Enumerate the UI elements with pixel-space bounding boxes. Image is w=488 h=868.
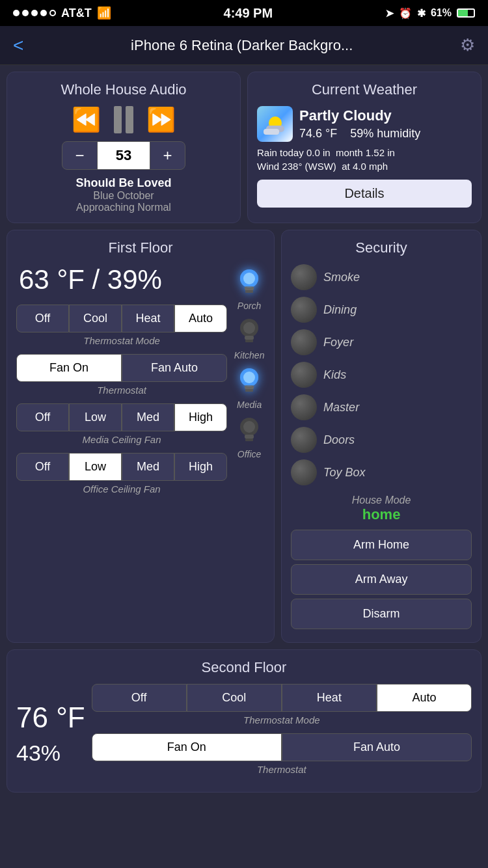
office-fan-med[interactable]: Med — [122, 453, 174, 481]
top-row: Whole House Audio ⏪ ⏩ − 53 + Should Be L… — [7, 72, 481, 223]
foyer-indicator — [291, 329, 317, 355]
second-floor-temp: 76 °F — [16, 701, 85, 734]
disarm-button[interactable]: Disarm — [291, 599, 472, 629]
sf-left: 76 °F 43% — [16, 684, 85, 783]
gear-icon[interactable]: ⚙ — [460, 35, 475, 55]
master-item: Master — [291, 394, 472, 420]
nav-title: iPhone 6 Retina (Darker Backgro... — [23, 37, 460, 54]
house-mode-value: home — [291, 506, 472, 523]
sf-fan-on[interactable]: Fan On — [92, 733, 282, 761]
master-indicator — [291, 394, 317, 420]
second-floor-title: Second Floor — [16, 659, 472, 676]
media-fan-label: Media Ceiling Fan — [16, 434, 227, 445]
sf-fan-group: Fan On Fan Auto — [92, 733, 472, 761]
fan-mode-label: Thermostat — [16, 385, 227, 396]
middle-row: First Floor 63 °F / 39% Off Cool Heat Au… — [7, 230, 481, 643]
thermo-off-button[interactable]: Off — [16, 305, 69, 332]
fan-on-button[interactable]: Fan On — [16, 354, 122, 382]
volume-up-button[interactable]: + — [150, 141, 185, 170]
media-fan-low[interactable]: Low — [69, 403, 122, 431]
smoke-item: Smoke — [291, 264, 472, 290]
weather-condition: Partly Cloudy — [299, 107, 420, 124]
sf-thermo-heat[interactable]: Heat — [282, 684, 377, 712]
svg-point-7 — [240, 269, 258, 288]
kitchen-light[interactable]: Kitchen — [234, 316, 265, 360]
kids-label: Kids — [323, 368, 346, 382]
fan-mode-group: Fan On Fan Auto — [16, 354, 227, 382]
pause-button[interactable] — [114, 106, 133, 133]
back-button[interactable]: < — [13, 35, 23, 56]
lights-column: Porch Kitchen — [234, 264, 265, 502]
dining-label: Dining — [323, 303, 357, 317]
details-button[interactable]: Details — [257, 180, 472, 208]
fast-forward-button[interactable]: ⏩ — [146, 106, 176, 133]
media-light[interactable]: Media — [234, 366, 265, 410]
kitchen-bulb-icon — [234, 316, 265, 347]
office-fan-low[interactable]: Low — [69, 453, 122, 481]
first-floor-temp: 63 °F / 39% — [16, 264, 227, 295]
volume-display: 53 — [98, 141, 150, 170]
dining-item: Dining — [291, 297, 472, 323]
arm-away-button[interactable]: Arm Away — [291, 564, 472, 595]
second-floor-humidity: 43% — [16, 740, 85, 766]
song-album: Approaching Normal — [16, 202, 231, 213]
weather-condition-info: Partly Cloudy 74.6 °F 59% humidity — [299, 107, 420, 141]
signal-dots — [13, 10, 56, 16]
media-fan-med[interactable]: Med — [122, 403, 174, 431]
thermo-auto-button[interactable]: Auto — [174, 305, 227, 332]
audio-card: Whole House Audio ⏪ ⏩ − 53 + Should Be L… — [7, 72, 241, 223]
toybox-item: Toy Box — [291, 459, 472, 485]
thermo-heat-button[interactable]: Heat — [122, 305, 174, 332]
media-fan-off[interactable]: Off — [16, 403, 69, 431]
doors-label: Doors — [323, 433, 355, 447]
porch-bulb-icon — [234, 267, 265, 298]
sf-fan-auto[interactable]: Fan Auto — [282, 733, 472, 761]
office-fan-off[interactable]: Off — [16, 453, 69, 481]
thermo-cool-button[interactable]: Cool — [69, 305, 122, 332]
sf-fan-label: Thermostat — [92, 764, 472, 775]
svg-rect-6 — [245, 290, 253, 293]
media-label: Media — [237, 400, 262, 410]
main-content: Whole House Audio ⏪ ⏩ − 53 + Should Be L… — [0, 65, 488, 868]
arm-home-button[interactable]: Arm Home — [291, 530, 472, 560]
carrier-label: AT&T — [61, 7, 92, 20]
audio-card-title: Whole House Audio — [16, 81, 231, 98]
svg-rect-11 — [245, 340, 253, 342]
rewind-button[interactable]: ⏪ — [72, 106, 101, 133]
status-bar: AT&T 📶 4:49 PM ➤ ⏰ ✱ 61% — [0, 0, 488, 26]
smoke-label: Smoke — [323, 271, 360, 284]
sf-thermo-cool[interactable]: Cool — [187, 684, 282, 712]
sf-thermostat-label: Thermostat Mode — [92, 714, 472, 726]
kids-item: Kids — [291, 362, 472, 388]
weather-humidity: 59% humidity — [350, 127, 420, 141]
master-label: Master — [323, 401, 359, 414]
weather-main: Partly Cloudy 74.6 °F 59% humidity — [257, 106, 472, 142]
svg-rect-10 — [245, 336, 254, 340]
foyer-item: Foyer — [291, 329, 472, 355]
svg-rect-2 — [264, 129, 279, 135]
office-light[interactable]: Office — [234, 415, 265, 459]
sf-thermo-auto[interactable]: Auto — [377, 684, 472, 712]
weather-icon — [257, 106, 293, 142]
svg-rect-19 — [245, 435, 254, 439]
porch-label: Porch — [237, 301, 262, 311]
status-right: ➤ ⏰ ✱ 61% — [385, 7, 475, 20]
porch-light[interactable]: Porch — [234, 267, 265, 311]
audio-controls: ⏪ ⏩ — [16, 106, 231, 133]
doors-item: Doors — [291, 427, 472, 453]
house-mode-label: House Mode — [291, 495, 472, 506]
weather-temp: 74.6 °F — [299, 127, 337, 141]
toybox-label: Toy Box — [323, 466, 365, 480]
first-floor-title: First Floor — [16, 239, 265, 256]
status-left: AT&T 📶 — [13, 6, 111, 20]
office-fan-group: Off Low Med High — [16, 453, 227, 481]
floor-main: 63 °F / 39% Off Cool Heat Auto Thermosta… — [16, 264, 265, 502]
dining-indicator — [291, 297, 317, 323]
volume-down-button[interactable]: − — [62, 141, 98, 170]
media-fan-high[interactable]: High — [174, 403, 227, 431]
sf-thermo-off[interactable]: Off — [92, 684, 187, 712]
office-fan-high[interactable]: High — [174, 453, 227, 481]
kids-indicator — [291, 362, 317, 388]
fan-auto-button[interactable]: Fan Auto — [122, 354, 227, 382]
song-title: Should Be Loved — [16, 176, 231, 190]
